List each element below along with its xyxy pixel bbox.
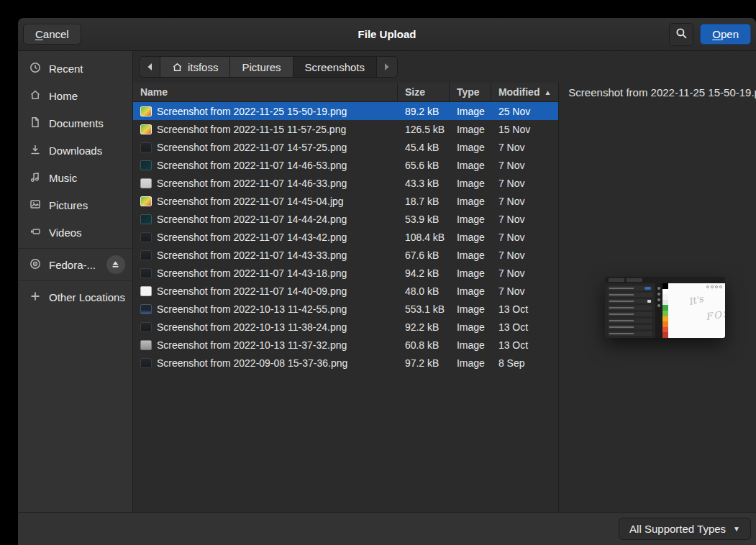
file-name: Screenshot from 2022-11-07 14-46-53.png bbox=[157, 160, 347, 171]
thumb-app-header bbox=[605, 277, 725, 283]
file-name: Screenshot from 2022-10-13 11-42-55.png bbox=[157, 303, 347, 315]
file-type: Image bbox=[450, 249, 491, 261]
file-row[interactable]: Screenshot from 2022-11-07 14-44-24.png5… bbox=[133, 210, 558, 228]
sidebar-item-downloads[interactable]: Downloads bbox=[18, 137, 132, 164]
thumb-whiteboard-canvas: It's FOSS bbox=[668, 283, 725, 338]
file-type: Image bbox=[450, 267, 491, 279]
file-modified: 13 Oct bbox=[491, 339, 558, 351]
file-thumbnail-icon bbox=[140, 160, 152, 170]
content-area: itsfossPicturesScreenshots Name Size Typ… bbox=[133, 51, 756, 512]
sidebar-item-fedora[interactable]: Fedora-... bbox=[18, 251, 132, 278]
file-thumbnail-icon bbox=[140, 142, 152, 152]
path-segment-itsfoss[interactable]: itsfoss bbox=[160, 57, 231, 77]
open-button[interactable]: Open bbox=[700, 24, 751, 45]
sidebar-item-label: Home bbox=[49, 90, 125, 102]
file-row[interactable]: Screenshot from 2022-11-07 14-45-04.jpg1… bbox=[133, 192, 558, 210]
file-name-cell: Screenshot from 2022-10-13 11-42-55.png bbox=[133, 303, 398, 315]
sidebar-item-documents[interactable]: Documents bbox=[18, 109, 132, 137]
file-modified: 15 Nov bbox=[491, 124, 558, 135]
file-name: Screenshot from 2022-09-08 15-37-36.png bbox=[157, 357, 347, 369]
sort-ascending-icon: ▲ bbox=[544, 88, 551, 96]
file-type: Image bbox=[450, 232, 491, 243]
thumb-color-palette bbox=[662, 283, 668, 338]
path-segment-label: Screenshots bbox=[305, 61, 365, 73]
sidebar-item-music[interactable]: Music bbox=[18, 164, 132, 191]
sidebar-item-label: Documents bbox=[49, 117, 125, 129]
file-type-filter-dropdown[interactable]: All Supported Types ▼ bbox=[619, 518, 751, 540]
path-forward-button[interactable] bbox=[377, 57, 397, 77]
sidebar-item-home[interactable]: Home bbox=[18, 82, 132, 109]
sidebar-item-recent[interactable]: Recent bbox=[18, 55, 132, 82]
headerbar: File Upload Cancel Open bbox=[18, 18, 756, 51]
file-name: Screenshot from 2022-11-07 14-46-33.png bbox=[157, 178, 347, 189]
file-row[interactable]: Screenshot from 2022-11-07 14-43-18.png9… bbox=[133, 264, 558, 282]
file-thumbnail-icon bbox=[140, 322, 152, 332]
cancel-button[interactable]: Cancel bbox=[23, 24, 81, 45]
file-size: 67.6 kB bbox=[398, 249, 450, 261]
file-row[interactable]: Screenshot from 2022-10-13 11-37-32.png6… bbox=[133, 336, 558, 354]
file-name-cell: Screenshot from 2022-11-07 14-45-04.jpg bbox=[133, 196, 398, 207]
file-size: 108.4 kB bbox=[398, 232, 450, 243]
file-row[interactable]: Screenshot from 2022-10-13 11-38-24.png9… bbox=[133, 318, 558, 336]
file-size: 48.0 kB bbox=[398, 285, 450, 297]
file-size: 45.4 kB bbox=[398, 142, 450, 153]
file-thumbnail-icon bbox=[140, 340, 152, 350]
file-type: Image bbox=[450, 124, 491, 135]
file-name-cell: Screenshot from 2022-11-07 14-43-42.png bbox=[133, 232, 398, 243]
file-type: Image bbox=[450, 357, 491, 369]
chevron-down-icon: ▼ bbox=[733, 525, 740, 533]
sidebar-item-label: Videos bbox=[49, 226, 125, 239]
path-back-button[interactable] bbox=[140, 57, 160, 77]
file-size: 43.3 kB bbox=[398, 178, 450, 189]
file-row[interactable]: Screenshot from 2022-11-07 14-46-33.png4… bbox=[133, 174, 558, 192]
column-header-modified[interactable]: Modified ▲ bbox=[491, 83, 558, 101]
path-segment-pictures[interactable]: Pictures bbox=[230, 57, 293, 77]
file-row[interactable]: Screenshot from 2022-11-07 14-43-42.png1… bbox=[133, 228, 558, 246]
file-thumbnail-icon bbox=[140, 250, 152, 260]
file-row[interactable]: Screenshot from 2022-11-07 14-43-33.png6… bbox=[133, 246, 558, 264]
file-name: Screenshot from 2022-10-13 11-37-32.png bbox=[157, 339, 347, 351]
file-name-cell: Screenshot from 2022-11-15 11-57-25.png bbox=[133, 124, 398, 135]
file-row[interactable]: Screenshot from 2022-10-13 11-42-55.png5… bbox=[133, 300, 558, 318]
home-icon bbox=[172, 62, 183, 73]
file-list: Name Size Type Modified ▲ Screenshot fro… bbox=[133, 83, 559, 512]
file-row[interactable]: Screenshot from 2022-09-08 15-37-36.png9… bbox=[133, 354, 558, 372]
sidebar-item-other-locations[interactable]: Other Locations bbox=[18, 283, 132, 311]
file-type: Image bbox=[450, 196, 491, 207]
sidebar-item-label: Music bbox=[49, 172, 125, 184]
path-segment-screenshots[interactable]: Screenshots bbox=[293, 57, 377, 77]
file-name: Screenshot from 2022-11-07 14-43-33.png bbox=[157, 249, 347, 261]
file-row[interactable]: Screenshot from 2022-11-07 14-57-25.png4… bbox=[133, 138, 558, 156]
path-segment-label: Pictures bbox=[242, 61, 281, 73]
file-size: 18.7 kB bbox=[398, 196, 450, 207]
file-row[interactable]: Screenshot from 2022-11-07 14-46-53.png6… bbox=[133, 156, 558, 174]
file-size: 53.9 kB bbox=[398, 214, 450, 225]
plus-icon bbox=[29, 290, 41, 304]
file-size: 92.2 kB bbox=[398, 321, 450, 333]
file-name-cell: Screenshot from 2022-10-13 11-37-32.png bbox=[133, 339, 398, 351]
file-row-selected[interactable]: Screenshot from 2022-11-25 15-50-19.png8… bbox=[133, 102, 558, 120]
file-thumbnail-icon bbox=[140, 268, 152, 278]
path-segment-label: itsfoss bbox=[188, 61, 219, 73]
videos-icon bbox=[29, 226, 41, 239]
pathbar-row: itsfossPicturesScreenshots bbox=[133, 51, 756, 83]
file-thumbnail-icon bbox=[140, 214, 152, 224]
file-row[interactable]: Screenshot from 2022-11-15 11-57-25.png1… bbox=[133, 120, 558, 138]
bottom-bar: All Supported Types ▼ bbox=[18, 512, 756, 545]
preview-filename: Screenshot from 2022-11-25 15-50-19.png bbox=[559, 83, 756, 99]
file-name: Screenshot from 2022-11-15 11-57-25.png bbox=[157, 124, 346, 135]
search-button[interactable] bbox=[669, 23, 693, 46]
file-modified: 7 Nov bbox=[491, 249, 558, 261]
file-modified: 7 Nov bbox=[491, 196, 558, 207]
column-header-name[interactable]: Name bbox=[133, 83, 398, 101]
eject-button[interactable] bbox=[106, 255, 125, 274]
thumb-tool-strip bbox=[655, 283, 662, 338]
sidebar-item-pictures[interactable]: Pictures bbox=[18, 191, 132, 219]
file-row[interactable]: Screenshot from 2022-11-07 14-40-09.png4… bbox=[133, 282, 558, 300]
column-header-type[interactable]: Type bbox=[450, 83, 491, 101]
file-name: Screenshot from 2022-11-07 14-43-42.png bbox=[157, 232, 347, 243]
sidebar-item-videos[interactable]: Videos bbox=[18, 219, 132, 246]
column-header-size[interactable]: Size bbox=[398, 83, 450, 101]
dialog-title: File Upload bbox=[18, 28, 756, 40]
sidebar-item-label: Pictures bbox=[49, 199, 125, 211]
